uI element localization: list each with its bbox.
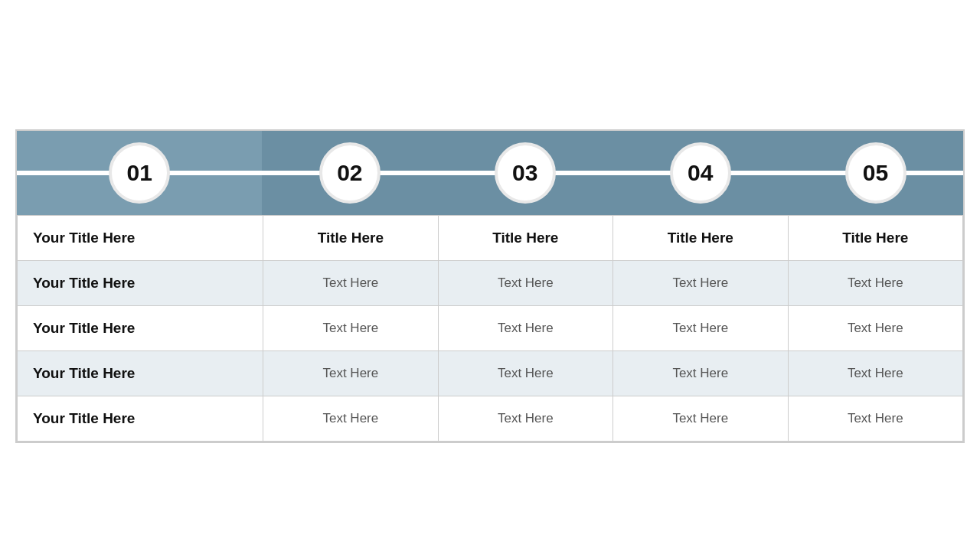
row-2-cell-3: Text Here (788, 306, 963, 351)
row-0-cell-0: Title Here (263, 216, 438, 261)
circle-number-5: 05 (845, 142, 906, 204)
row-3-cell-3: Text Here (788, 351, 963, 396)
row-2-cell-0: Text Here (263, 306, 438, 351)
header-cell-1: 01 (17, 131, 262, 215)
table-row: Your Title HereTitle HereTitle HereTitle… (18, 216, 963, 261)
row-1-cell-2: Text Here (613, 261, 788, 306)
row-1-cell-3: Text Here (788, 261, 963, 306)
row-1-label: Your Title Here (18, 261, 263, 306)
table-row: Your Title HereText HereText HereText He… (18, 396, 963, 442)
header-cell-5: 05 (788, 131, 963, 215)
header-cell-4: 04 (612, 131, 788, 215)
row-4-cell-1: Text Here (438, 396, 612, 442)
page-wrapper: 0102030405 Your Title HereTitle HereTitl… (15, 108, 965, 443)
row-3-cell-2: Text Here (613, 351, 788, 396)
row-1-cell-0: Text Here (263, 261, 438, 306)
row-3-cell-1: Text Here (438, 351, 612, 396)
row-4-cell-3: Text Here (788, 396, 963, 442)
row-0-cell-1: Title Here (438, 216, 612, 261)
circle-number-3: 03 (495, 142, 556, 204)
table-row: Your Title HereText HereText HereText He… (18, 261, 963, 306)
row-1-cell-1: Text Here (438, 261, 612, 306)
row-3-label: Your Title Here (18, 351, 263, 396)
row-3-cell-0: Text Here (263, 351, 438, 396)
circle-number-1: 01 (109, 142, 170, 204)
row-2-cell-2: Text Here (613, 306, 788, 351)
table-container: 0102030405 Your Title HereTitle HereTitl… (15, 129, 965, 443)
data-table: Your Title HereTitle HereTitle HereTitle… (17, 215, 963, 442)
header-cell-3: 03 (437, 131, 612, 215)
row-0-cell-3: Title Here (788, 216, 963, 261)
row-4-cell-0: Text Here (263, 396, 438, 442)
row-0-label: Your Title Here (18, 216, 263, 261)
row-2-label: Your Title Here (18, 306, 263, 351)
circle-number-4: 04 (670, 142, 731, 204)
circle-number-2: 02 (319, 142, 381, 204)
table-row: Your Title HereText HereText HereText He… (18, 351, 963, 396)
header-cell-2: 02 (262, 131, 437, 215)
header-row: 0102030405 (17, 131, 963, 215)
table-row: Your Title HereText HereText HereText He… (18, 306, 963, 351)
row-2-cell-1: Text Here (438, 306, 612, 351)
row-4-cell-2: Text Here (613, 396, 788, 442)
row-0-cell-2: Title Here (613, 216, 788, 261)
row-4-label: Your Title Here (18, 396, 263, 442)
